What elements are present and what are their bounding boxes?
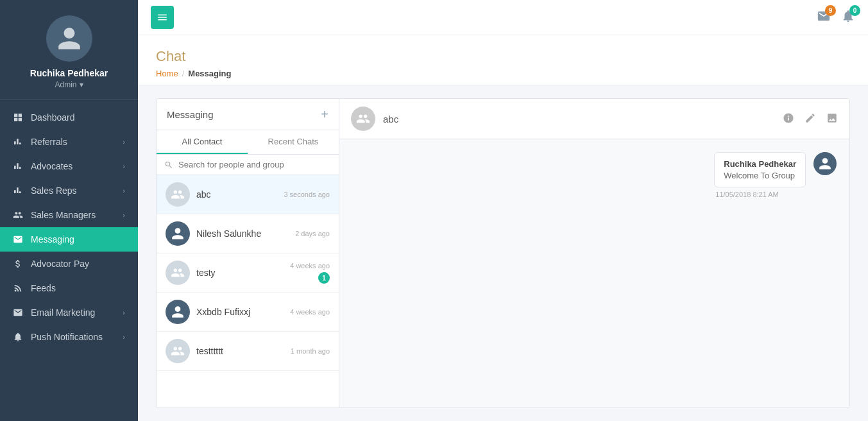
sidebar-nav: Dashboard Referrals › Advocates › Sales … — [0, 100, 138, 421]
list-item[interactable]: abc 3 seconds ago — [157, 175, 339, 214]
chevron-right-icon: › — [123, 333, 125, 341]
chat-info-button[interactable] — [783, 112, 794, 126]
sidebar-item-dashboard[interactable]: Dashboard — [0, 105, 138, 130]
messaging-panel-title: Messaging — [167, 109, 214, 120]
contact-meta: 1 month ago — [291, 347, 330, 355]
message-group: Ruchika Pedhekar Welcome To Group 11/05/… — [352, 152, 837, 198]
contact-info: Xxbdb Fufixxj — [196, 307, 284, 317]
chat-header-actions — [783, 112, 838, 126]
sidebar-profile: Ruchika Pedhekar Admin ▾ — [0, 0, 138, 100]
chat-image-button[interactable] — [826, 112, 838, 126]
chevron-right-icon: › — [123, 138, 125, 146]
search-icon — [164, 160, 173, 169]
tab-all-contact[interactable]: All Contact — [157, 130, 248, 154]
contact-info: abc — [196, 189, 277, 200]
bell-badge: 0 — [849, 5, 860, 16]
contact-tabs: All Contact Recent Chats — [157, 130, 339, 155]
contact-meta: 2 days ago — [295, 230, 330, 237]
chat-messages: Ruchika Pedhekar Welcome To Group 11/05/… — [339, 139, 849, 408]
message-avatar — [813, 152, 837, 175]
contact-avatar — [166, 221, 190, 246]
avatar — [46, 15, 92, 62]
chat-edit-button[interactable] — [804, 112, 816, 126]
message-bubble: Ruchika Pedhekar Welcome To Group — [714, 152, 806, 187]
contact-avatar — [166, 339, 190, 363]
messaging-header: Messaging + — [157, 99, 339, 130]
sidebar-item-email-marketing[interactable]: Email Marketing › — [0, 300, 138, 325]
topbar-left — [151, 6, 174, 29]
sidebar-item-sales-managers[interactable]: Sales Managers › — [0, 203, 138, 227]
breadcrumb-home[interactable]: Home — [156, 69, 178, 78]
contact-info: Nilesh Salunkhe — [196, 228, 289, 239]
topbar-right: 9 0 — [817, 9, 855, 26]
contact-list: abc 3 seconds ago Nilesh Salunkhe — [157, 175, 339, 408]
add-chat-button[interactable]: + — [321, 108, 328, 121]
chevron-right-icon: › — [123, 187, 125, 194]
sidebar-item-advocates[interactable]: Advocates › — [0, 154, 138, 178]
list-item[interactable]: Xxbdb Fufixxj 4 weeks ago — [157, 293, 339, 332]
breadcrumb: Home / Messaging — [156, 69, 850, 78]
messaging-panel: Messaging + All Contact Recent Chats — [156, 98, 850, 408]
contact-meta: 4 weeks ago — [290, 308, 330, 316]
contact-info: testy — [196, 268, 284, 278]
unread-badge: 1 — [318, 272, 330, 284]
contact-meta: 4 weeks ago 1 — [290, 262, 330, 284]
contact-avatar — [166, 300, 190, 324]
mail-notification-button[interactable]: 9 — [817, 9, 831, 26]
messaging-container: Messaging + All Contact Recent Chats — [138, 85, 868, 421]
page-title: Chat — [156, 48, 850, 65]
breadcrumb-separator: / — [182, 69, 185, 78]
breadcrumb-current: Messaging — [188, 69, 231, 78]
chat-name: abc — [383, 114, 398, 125]
sidebar-item-feeds[interactable]: Feeds — [0, 276, 138, 300]
list-item[interactable]: testttttt 1 month ago — [157, 332, 339, 371]
profile-role[interactable]: Admin ▾ — [55, 80, 83, 89]
message-content: Ruchika Pedhekar Welcome To Group 11/05/… — [714, 152, 806, 198]
chevron-right-icon: › — [123, 211, 125, 219]
bell-notification-button[interactable]: 0 — [841, 9, 855, 26]
contact-list-panel: Messaging + All Contact Recent Chats — [157, 99, 339, 408]
contact-avatar — [166, 261, 190, 285]
contact-info: testttttt — [196, 346, 284, 356]
chevron-right-icon: › — [123, 162, 125, 170]
chat-group-avatar — [351, 107, 375, 131]
sidebar-item-push-notifications[interactable]: Push Notifications › — [0, 325, 138, 349]
sidebar-item-referrals[interactable]: Referrals › — [0, 130, 138, 154]
chat-panel: abc — [339, 99, 849, 408]
menu-toggle-button[interactable] — [151, 6, 174, 29]
mail-badge: 9 — [825, 5, 836, 16]
tab-recent-chats[interactable]: Recent Chats — [248, 130, 339, 154]
list-item[interactable]: Nilesh Salunkhe 2 days ago — [157, 214, 339, 253]
chat-header-left: abc — [351, 107, 398, 131]
chevron-right-icon: › — [123, 309, 125, 316]
search-box — [157, 155, 339, 175]
sidebar-item-messaging[interactable]: Messaging — [0, 227, 138, 252]
sidebar: Ruchika Pedhekar Admin ▾ Dashboard Refer… — [0, 0, 138, 421]
chat-header: abc — [339, 99, 849, 139]
topbar: 9 0 — [138, 0, 868, 35]
search-input[interactable] — [178, 160, 331, 169]
profile-name: Ruchika Pedhekar — [30, 68, 108, 78]
contact-meta: 3 seconds ago — [284, 191, 330, 198]
main-content: 9 0 Chat Home / Messaging Messaging + — [138, 0, 868, 421]
contact-avatar — [166, 182, 190, 207]
page-header: Chat Home / Messaging — [138, 35, 868, 85]
sidebar-item-sales-reps[interactable]: Sales Reps › — [0, 178, 138, 203]
sidebar-item-advocator-pay[interactable]: Advocator Pay — [0, 252, 138, 276]
list-item[interactable]: testy 4 weeks ago 1 — [157, 253, 339, 293]
